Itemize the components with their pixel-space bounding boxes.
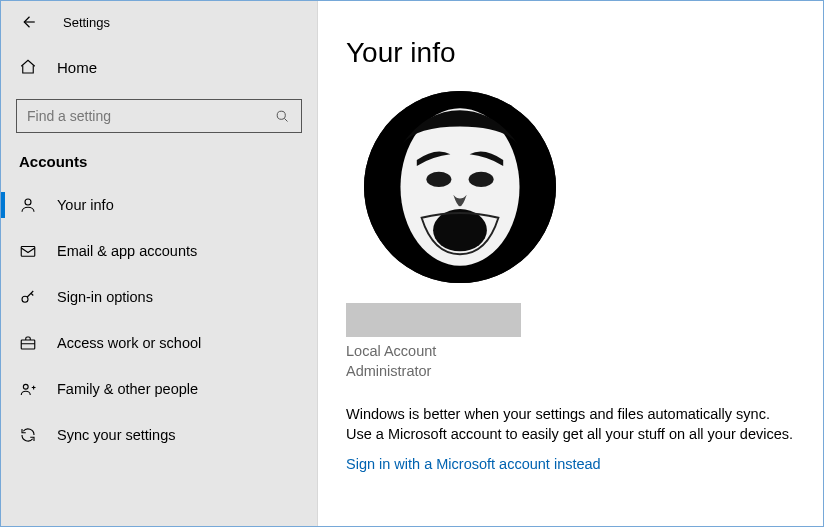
search-box[interactable] [16,99,302,133]
svg-point-10 [433,209,487,251]
person-icon [19,196,37,214]
svg-point-5 [23,384,28,389]
sidebar-item-email[interactable]: Email & app accounts [1,228,317,274]
account-role: Administrator [346,361,801,381]
account-type: Local Account [346,341,801,361]
sync-icon [19,426,37,444]
content-pane: Your info Local Account Administrator Wi… [318,1,823,526]
sidebar: Settings Home Accounts [1,1,318,526]
mail-icon [19,242,37,260]
sidebar-item-signin[interactable]: Sign-in options [1,274,317,320]
sidebar-item-your-info[interactable]: Your info [1,182,317,228]
avatar [364,91,556,283]
page-title: Your info [346,37,801,69]
key-icon [19,288,37,306]
people-icon [19,380,37,398]
titlebar: Settings [1,1,317,43]
svg-rect-2 [21,247,35,257]
svg-point-1 [25,199,31,205]
search-icon [273,107,291,125]
user-name-redacted [346,303,521,337]
nav-label: Access work or school [57,335,201,351]
search-input[interactable] [27,108,273,124]
sidebar-item-sync[interactable]: Sync your settings [1,412,317,458]
svg-point-0 [277,111,285,119]
window-title: Settings [63,15,110,30]
nav-label: Email & app accounts [57,243,197,259]
nav-label: Family & other people [57,381,198,397]
promo-text: Windows is better when your settings and… [346,404,796,445]
nav-label: Sync your settings [57,427,175,443]
svg-point-3 [22,296,28,302]
briefcase-icon [19,334,37,352]
svg-point-8 [426,172,451,187]
nav-label: Your info [57,197,114,213]
home-link[interactable]: Home [1,43,317,91]
nav-label: Sign-in options [57,289,153,305]
home-label: Home [57,59,97,76]
home-icon [19,58,37,76]
back-button[interactable] [19,13,37,31]
sign-in-link[interactable]: Sign in with a Microsoft account instead [346,456,601,472]
section-title: Accounts [1,147,317,182]
svg-rect-4 [21,340,35,349]
sidebar-item-family[interactable]: Family & other people [1,366,317,412]
sidebar-item-work-school[interactable]: Access work or school [1,320,317,366]
svg-point-9 [469,172,494,187]
